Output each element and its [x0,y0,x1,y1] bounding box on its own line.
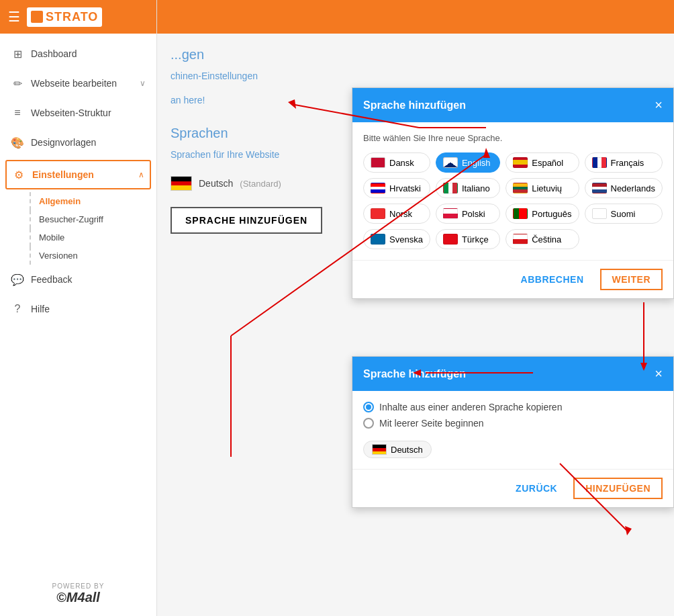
sidebar-item-einstellungen[interactable]: ⚙ Einstellungen ∧ [5,160,151,189]
lang-label-francais: Français [611,158,644,168]
modal-bottom-footer: ZURÜCK HINZUFÜGEN [352,469,673,507]
lang-label-english: English [462,158,491,168]
modal-bottom-close[interactable]: × [655,366,663,382]
lang-btn-english[interactable]: English [436,152,500,173]
lang-btn-hrvatski[interactable]: Hrvatski [363,178,430,198]
lang-btn-italiano[interactable]: Italiano [436,178,500,198]
sidebar-item-hilfe[interactable]: ? Hilfe [0,294,156,324]
footer-logo: ©M4all [11,590,146,605]
chip-lang-label: Deutsch [391,445,423,455]
sidebar-header: ☰ STRATO [0,0,156,34]
flag-pt [513,208,528,219]
zuruck-button[interactable]: ZURÜCK [508,478,565,499]
section-title: ...gen [171,47,661,62]
modal-top-subtitle: Bitte wählen Sie Ihre neue Sprache. [363,133,663,143]
flag-lt [513,183,528,193]
sidebar-item-label: Webseiten-Struktur [31,107,146,118]
lang-btn-suomi[interactable]: Suomi [585,204,663,224]
lines-icon: ≡ [11,106,24,120]
pencil-icon: ✏ [11,77,24,90]
abbrechen-button[interactable]: ABBRECHEN [513,269,592,290]
add-language-button[interactable]: SPRACHE HINZUFÜGEN [171,207,322,234]
chevron-down-icon: ∨ [140,79,146,88]
hamburger-icon[interactable]: ☰ [8,9,20,25]
sidebar-item-label: Einstellungen [32,169,132,180]
logo-box: STRATO [27,7,102,27]
flag-tr [443,234,458,245]
sidebar-item-label: Dashboard [31,48,146,59]
palette-icon: 🎨 [11,136,24,149]
sidebar-item-label: Feedback [31,274,146,285]
flag-it [443,183,458,193]
sidebar-item-feedback[interactable]: 💬 Feedback [0,265,156,294]
lang-btn-dansk[interactable]: Dansk [363,152,430,173]
flag-pl [443,208,458,219]
flag-dk [371,157,385,168]
lang-label-dansk: Dansk [389,158,414,168]
modal-bottom-header: Sprache hinzufügen × [352,357,673,391]
modal-top-title: Sprache hinzufügen [363,99,466,112]
lang-label-norsk: Norsk [389,209,412,219]
radio-label-empty: Mit leerer Seite beginnen [379,418,484,429]
chat-icon: 💬 [11,273,24,286]
lang-btn-cestina[interactable]: Čeština [505,229,579,249]
lang-btn-lietuviu[interactable]: Lietuvių [505,178,579,198]
lang-btn-nederlands[interactable]: Nederlands [585,178,663,198]
submenu-mobile[interactable]: Mobile [30,228,156,247]
lang-btn-francais[interactable]: Français [585,152,663,173]
logo-square [31,11,43,23]
sidebar-item-dashboard[interactable]: ⊞ Dashboard [0,39,156,69]
lang-label-cestina: Čeština [532,234,561,245]
sidebar-item-label: Designvorlagen [31,137,146,148]
modal-bottom-title: Sprache hinzufügen [363,368,466,380]
lang-btn-portugues[interactable]: Português [505,204,579,224]
lang-label-nederlands: Nederlands [611,183,656,193]
weiter-button[interactable]: WEITER [600,269,663,290]
lang-btn-svenska[interactable]: Svenska [363,229,430,249]
svg-marker-9 [625,526,632,535]
lang-label-suomi: Suomi [611,209,636,219]
app-container: ☰ STRATO ⊞ Dashboard ✏ Webseite bearbeit… [0,0,674,616]
submenu-allgemein[interactable]: Allgemein [30,192,156,210]
flag-es [513,157,528,168]
modal-bottom-body: Inhalte aus einer anderen Sprache kopier… [352,391,673,469]
lang-label-polski: Polski [462,209,485,219]
flag-fi [592,208,607,219]
maschinen-link[interactable]: chinen-Einstellungen [171,71,661,81]
hinzufugen-button[interactable]: HINZUFÜGEN [573,478,663,499]
selected-lang-chip: Deutsch [363,441,432,458]
lang-btn-norsk[interactable]: Norsk [363,204,430,224]
modal-top-header: Sprache hinzufügen × [352,88,673,122]
chevron-up-icon: ∧ [138,170,144,179]
radio-unchecked [363,418,374,429]
lang-label-espanol: Español [532,158,563,168]
sidebar-item-struktur[interactable]: ≡ Webseiten-Struktur [0,98,156,128]
sidebar-item-webseite[interactable]: ✏ Webseite bearbeiten ∨ [0,69,156,98]
grid-icon: ⊞ [11,47,24,60]
sidebar-nav: ⊞ Dashboard ✏ Webseite bearbeiten ∨ ≡ We… [0,34,156,572]
flag-cz [513,234,528,245]
flag-gb [443,157,458,168]
flag-no [371,208,385,219]
lang-label-hrvatski: Hrvatski [389,183,421,193]
flag-se [371,234,385,245]
deutsch-label: Deutsch [199,178,233,189]
modal-top-close[interactable]: × [655,97,663,113]
lang-btn-espanol[interactable]: Español [505,152,579,173]
radio-option-copy[interactable]: Inhalte aus einer anderen Sprache kopier… [363,402,663,412]
modal-bottom: Sprache hinzufügen × Inhalte aus einer a… [352,356,674,508]
sidebar-footer: POWERED BY ©M4all [0,572,156,616]
standard-label: (Standard) [240,179,281,189]
sidebar-item-design[interactable]: 🎨 Designvorlagen [0,128,156,157]
lang-btn-polski[interactable]: Polski [436,204,500,224]
modal-top: Sprache hinzufügen × Bitte wählen Sie Ih… [352,87,674,299]
powered-by-text: POWERED BY [11,582,146,590]
radio-option-empty[interactable]: Mit leerer Seite beginnen [363,418,663,429]
lang-label-svenska: Svenska [389,234,423,245]
submenu-versionen[interactable]: Versionen [30,247,156,265]
radio-group: Inhalte aus einer anderen Sprache kopier… [363,402,663,429]
flag-nl [592,183,607,193]
lang-btn-turkce[interactable]: Türkçe [436,229,500,249]
radio-label-copy: Inhalte aus einer anderen Sprache kopier… [379,402,562,412]
submenu-besucher[interactable]: Besucher-Zugriff [30,210,156,228]
